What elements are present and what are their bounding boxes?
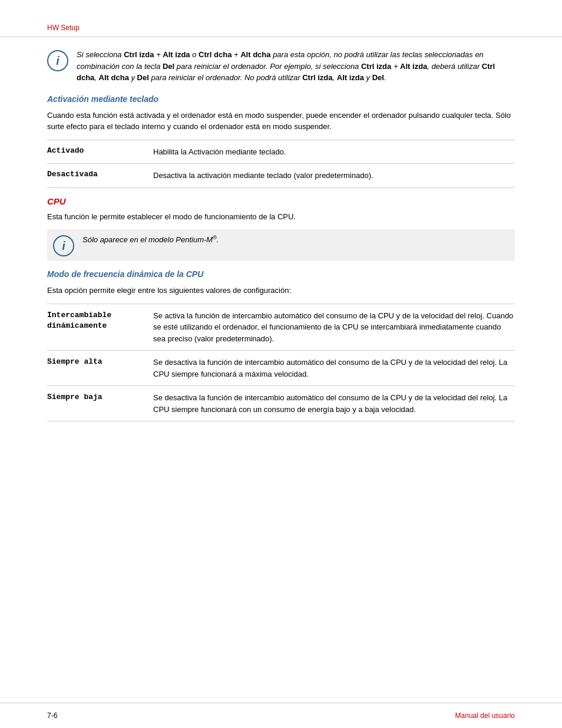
term-desactivada: Desactivada [47,170,141,179]
cpu-note-icon: i [53,235,74,256]
footer-manual-label: Manual del usuario [455,711,515,720]
def-siempre-alta: Se desactiva la función de intercambio a… [153,357,515,380]
mode-body: Esta opción permite elegir entre los sig… [47,285,515,297]
cpu-body: Esta función le permite establecer el mo… [47,211,515,223]
activacion-body: Cuando esta función está activada y el o… [47,110,515,133]
table-row: Desactivada Desactiva la activación medi… [47,164,515,188]
table-row: Activado Habilita la Activación mediante… [47,140,515,164]
activacion-title: Activación mediante teclado [47,94,515,104]
mode-title: Modo de frecuencia dinámica de la CPU [47,269,515,279]
term-siempre-baja: Siempre baja [47,392,141,403]
term-siempre-alta: Siempre alta [47,357,141,367]
def-siempre-baja: Se desactiva la función de intercambio a… [153,392,515,415]
def-activado: Habilita la Activación mediante teclado. [153,146,515,158]
activacion-table: Activado Habilita la Activación mediante… [47,140,515,188]
header: HW Setup [0,0,562,37]
table-row: Siempre baja Se desactiva la función de … [47,386,515,421]
info-block: i Si selecciona Ctrl izda + Alt izda o C… [47,49,515,84]
term-intercambiable: Intercambiabledinámicamente [47,310,141,331]
header-title: HW Setup [47,24,80,32]
info-block-text: Si selecciona Ctrl izda + Alt izda o Ctr… [77,49,515,84]
info-icon-letter: i [56,55,59,67]
footer: 7-6 Manual del usuario [0,703,562,728]
cpu-note-box: i Sólo aparece en el modelo Pentium-M®. [47,229,515,261]
cpu-note-icon-letter: i [62,240,65,252]
table-row: Siempre alta Se desactiva la función de … [47,351,515,386]
def-desactivada: Desactiva la activación mediante teclado… [153,170,515,182]
term-activado: Activado [47,146,141,155]
cpu-note-text: Sólo aparece en el modelo Pentium-M®. [82,234,219,246]
cpu-title: CPU [47,196,515,206]
content: i Si selecciona Ctrl izda + Alt izda o C… [0,37,562,703]
cpu-table: Intercambiabledinámicamente Se activa la… [47,304,515,422]
footer-page-number: 7-6 [47,711,57,720]
page: HW Setup i Si selecciona Ctrl izda + Alt… [0,0,562,728]
table-row: Intercambiabledinámicamente Se activa la… [47,304,515,351]
info-icon: i [47,50,68,71]
def-intercambiable: Se activa la función de intercambio auto… [153,310,515,345]
